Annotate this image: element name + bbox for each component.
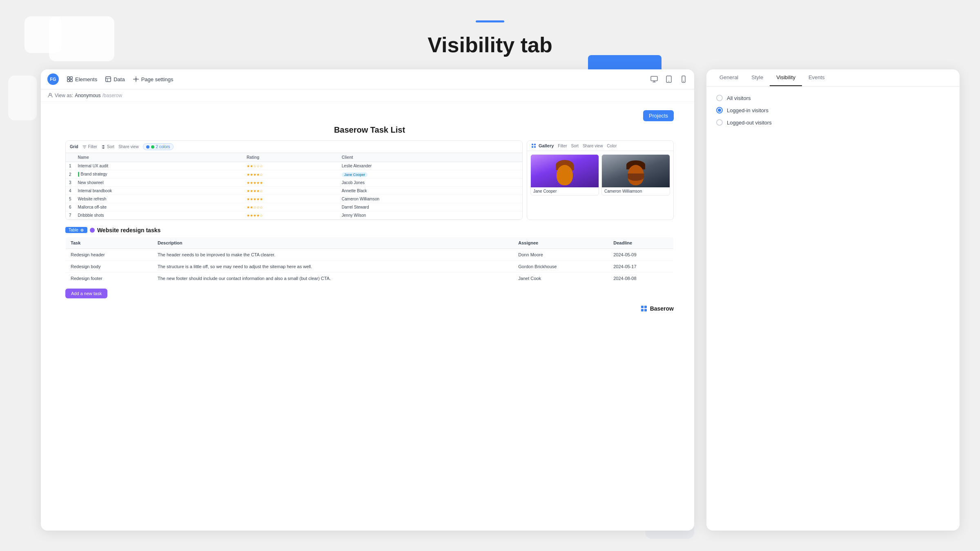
svg-rect-20: [644, 306, 647, 308]
grid-row-client: Jenny Wilson: [339, 211, 522, 220]
grid-row: 2 Brand strategy ★★★★☆ Jane Cooper: [66, 170, 522, 179]
radio-logged-out: [716, 119, 723, 126]
color-dot-blue: [146, 145, 149, 149]
settings-icon: [133, 76, 139, 82]
table-cell-description: The header needs to be improved to make …: [153, 249, 513, 260]
label-logged-in: Logged-in visitors: [727, 107, 768, 113]
grid-row: 5 Website refresh ★★★★★ Cameron Williams…: [66, 195, 522, 203]
gallery-icon: [531, 143, 536, 148]
grid-table: Name Rating Client 1 Internal UX audit ★…: [66, 153, 522, 220]
task-list-heading: Baserow Task List: [65, 125, 674, 135]
tab-general[interactable]: General: [713, 69, 745, 86]
gallery-color-button[interactable]: Color: [607, 144, 617, 148]
table-cell-deadline: 2024-08-08: [608, 272, 673, 284]
svg-rect-15: [534, 144, 536, 145]
add-task-button[interactable]: Add a new task: [65, 289, 107, 298]
table-cell-assignee: Gordon Brickhouse: [513, 260, 608, 272]
gallery-share-button[interactable]: Share view: [583, 144, 603, 148]
right-panel-content: All visitors Logged-in visitors Logged-o…: [706, 87, 960, 531]
share-view-button[interactable]: Share view: [118, 144, 138, 149]
table-title: Website redesign tasks: [90, 227, 160, 233]
grid-row-rating: ★★☆☆☆: [243, 203, 339, 211]
grid-row: 3 New showreel ★★★★★ Jacob Jones: [66, 179, 522, 187]
grid-col-client: Client: [339, 153, 522, 162]
table-cell-task: Redesign body: [66, 260, 153, 272]
gallery-sort-button[interactable]: Sort: [571, 144, 579, 148]
tab-style[interactable]: Style: [745, 69, 770, 86]
svg-rect-8: [651, 76, 657, 81]
gallery-container: Gallery Filter Sort Share view Color Jan…: [527, 140, 674, 220]
table-badge-icon: [80, 228, 84, 232]
visibility-options: All visitors Logged-in visitors Logged-o…: [716, 95, 950, 126]
data-nav-item[interactable]: Data: [105, 76, 125, 82]
elements-label: Elements: [75, 76, 97, 82]
colors-badge: 2 colors: [143, 143, 174, 150]
grid-row-name: Internal UX audit: [75, 162, 243, 170]
baserow-icon: [640, 305, 648, 312]
view-as-user: Anonymous: [75, 93, 100, 98]
path-bar: /baserow: [102, 93, 122, 98]
grid-row-client: Cameron Williamson: [339, 195, 522, 203]
table-row: Redesign footer The new footer should in…: [66, 272, 674, 284]
person-icon: [47, 93, 53, 98]
grid-toolbar: Grid Filter Sort Share view 2 colors: [66, 141, 522, 153]
grid-row-name: Dribbble shots: [75, 211, 243, 220]
svg-point-10: [668, 81, 669, 82]
data-label: Data: [114, 76, 125, 82]
filter-button[interactable]: Filter: [82, 144, 97, 149]
table-cell-task: Redesign footer: [66, 272, 153, 284]
grid-row-num: 3: [66, 179, 75, 187]
svg-rect-21: [641, 309, 644, 311]
table-label: Table Website redesign tasks: [65, 227, 160, 233]
top-accent-bar: [476, 20, 504, 22]
tablet-icon[interactable]: [665, 75, 673, 83]
grid-row-name: Website refresh: [75, 195, 243, 203]
filter-icon: [82, 145, 87, 149]
tab-visibility[interactable]: Visibility: [770, 69, 802, 86]
color-dot-green: [151, 145, 154, 149]
col-deadline: Deadline: [608, 237, 673, 249]
svg-point-13: [49, 93, 51, 96]
col-task: Task: [66, 237, 153, 249]
grid-row-client: Leslie Alexander: [339, 162, 522, 170]
svg-rect-4: [106, 77, 111, 82]
grid-row: 1 Internal UX audit ★★☆☆☆ Leslie Alexand…: [66, 162, 522, 170]
grid-row-num: 6: [66, 203, 75, 211]
grid-row-num: 1: [66, 162, 75, 170]
gallery-card-jane: Jane Cooper: [530, 154, 599, 196]
visibility-all-visitors[interactable]: All visitors: [716, 95, 950, 101]
visibility-logged-out[interactable]: Logged-out visitors: [716, 119, 950, 126]
desktop-icon[interactable]: [650, 75, 658, 83]
svg-rect-19: [641, 306, 644, 308]
svg-point-7: [135, 78, 136, 80]
label-logged-out: Logged-out visitors: [727, 120, 772, 126]
svg-rect-14: [532, 144, 533, 145]
jane-face: [557, 165, 573, 185]
elements-nav-item[interactable]: Elements: [67, 76, 97, 82]
gallery-filter-button[interactable]: Filter: [558, 144, 567, 148]
gallery-card-cameron-label: Cameron Williamson: [602, 187, 670, 195]
svg-rect-2: [67, 80, 69, 82]
projects-btn-area: Projects: [65, 110, 674, 121]
grid-label: Grid: [70, 144, 78, 149]
page-settings-nav-item[interactable]: Page settings: [133, 76, 174, 82]
grid-col-num: [66, 153, 75, 162]
page-title: Visibility tab: [428, 33, 552, 57]
grid-row-num: 2: [66, 170, 75, 179]
editor-container: FG Elements Data: [41, 69, 694, 531]
purple-dot: [90, 228, 95, 233]
table-title-label: Website redesign tasks: [97, 227, 160, 233]
svg-rect-3: [70, 80, 72, 82]
sort-button[interactable]: Sort: [101, 144, 114, 149]
table-cell-assignee: Donn Moore: [513, 249, 608, 260]
gallery-cards: Jane Cooper Cameron Williamson: [527, 151, 673, 199]
grid-row-name: Mallorca off-site: [75, 203, 243, 211]
visibility-logged-in[interactable]: Logged-in visitors: [716, 107, 950, 113]
grid-row-num: 4: [66, 187, 75, 195]
grid-row-rating: ★★☆☆☆: [243, 162, 339, 170]
tab-events[interactable]: Events: [802, 69, 831, 86]
projects-button[interactable]: Projects: [643, 110, 674, 121]
mobile-icon[interactable]: [679, 75, 688, 83]
svg-rect-22: [644, 309, 647, 311]
view-as-label: View as:: [55, 93, 73, 98]
